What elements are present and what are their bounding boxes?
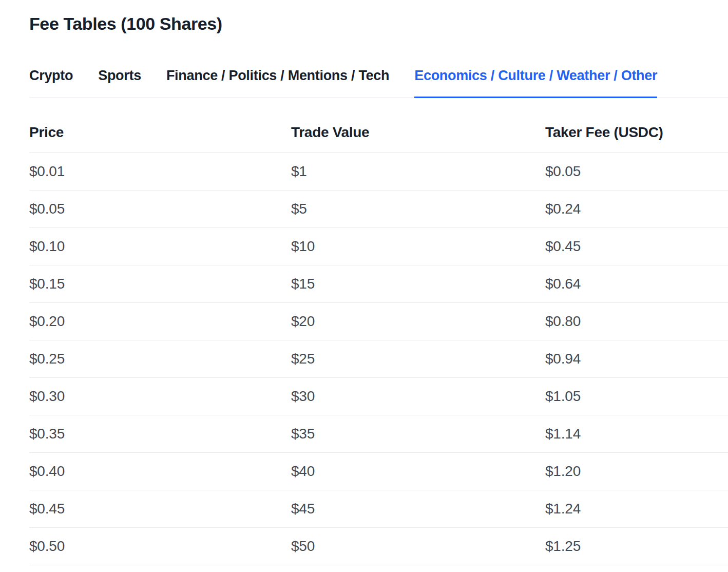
trade-value-cell: $45 bbox=[291, 490, 545, 528]
price-cell: $0.10 bbox=[29, 228, 291, 265]
table-row: $0.05$5$0.24 bbox=[29, 190, 728, 228]
trade-value-cell: $30 bbox=[291, 378, 545, 415]
table-row: $0.35$35$1.14 bbox=[29, 415, 728, 453]
fee-table-header-row: PriceTrade ValueTaker Fee (USDC) bbox=[29, 124, 728, 153]
column-header-taker-fee: Taker Fee (USDC) bbox=[545, 124, 728, 153]
taker-fee-cell: $0.94 bbox=[545, 340, 728, 378]
table-row: $0.01$1$0.05 bbox=[29, 153, 728, 190]
trade-value-cell: $35 bbox=[291, 415, 545, 453]
column-header-price: Price bbox=[29, 124, 291, 153]
trade-value-cell: $15 bbox=[291, 265, 545, 303]
tab-economics-culture-weather-other[interactable]: Economics / Culture / Weather / Other bbox=[414, 67, 657, 98]
price-cell: $0.15 bbox=[29, 265, 291, 303]
fee-table: PriceTrade ValueTaker Fee (USDC) $0.01$1… bbox=[29, 124, 728, 565]
price-cell: $0.20 bbox=[29, 303, 291, 340]
trade-value-cell: $5 bbox=[291, 190, 545, 228]
trade-value-cell: $1 bbox=[291, 153, 545, 190]
table-row: $0.30$30$1.05 bbox=[29, 378, 728, 415]
taker-fee-cell: $1.24 bbox=[545, 490, 728, 528]
taker-fee-cell: $1.20 bbox=[545, 453, 728, 490]
taker-fee-cell: $0.64 bbox=[545, 265, 728, 303]
table-row: $0.50$50$1.25 bbox=[29, 528, 728, 565]
table-row: $0.40$40$1.20 bbox=[29, 453, 728, 490]
taker-fee-cell: $0.24 bbox=[545, 190, 728, 228]
page-title: Fee Tables (100 Shares) bbox=[29, 12, 728, 35]
trade-value-cell: $25 bbox=[291, 340, 545, 378]
tab-crypto[interactable]: Crypto bbox=[29, 67, 73, 98]
taker-fee-cell: $1.25 bbox=[545, 528, 728, 565]
tab-sports[interactable]: Sports bbox=[98, 67, 141, 98]
fee-table-header: PriceTrade ValueTaker Fee (USDC) bbox=[29, 124, 728, 153]
price-cell: $0.01 bbox=[29, 153, 291, 190]
taker-fee-cell: $0.05 bbox=[545, 153, 728, 190]
taker-fee-cell: $1.05 bbox=[545, 378, 728, 415]
table-row: $0.45$45$1.24 bbox=[29, 490, 728, 528]
price-cell: $0.05 bbox=[29, 190, 291, 228]
price-cell: $0.40 bbox=[29, 453, 291, 490]
price-cell: $0.45 bbox=[29, 490, 291, 528]
price-cell: $0.35 bbox=[29, 415, 291, 453]
trade-value-cell: $10 bbox=[291, 228, 545, 265]
table-row: $0.25$25$0.94 bbox=[29, 340, 728, 378]
fee-tables-page: Fee Tables (100 Shares) CryptoSportsFina… bbox=[0, 0, 728, 565]
fee-table-body: $0.01$1$0.05$0.05$5$0.24$0.10$10$0.45$0.… bbox=[29, 153, 728, 565]
trade-value-cell: $50 bbox=[291, 528, 545, 565]
price-cell: $0.25 bbox=[29, 340, 291, 378]
taker-fee-cell: $0.80 bbox=[545, 303, 728, 340]
taker-fee-cell: $1.14 bbox=[545, 415, 728, 453]
table-row: $0.15$15$0.64 bbox=[29, 265, 728, 303]
taker-fee-cell: $0.45 bbox=[545, 228, 728, 265]
trade-value-cell: $20 bbox=[291, 303, 545, 340]
table-row: $0.20$20$0.80 bbox=[29, 303, 728, 340]
tab-finance-politics-mentions-tech[interactable]: Finance / Politics / Mentions / Tech bbox=[166, 67, 389, 98]
price-cell: $0.30 bbox=[29, 378, 291, 415]
price-cell: $0.50 bbox=[29, 528, 291, 565]
table-row: $0.10$10$0.45 bbox=[29, 228, 728, 265]
column-header-trade-value: Trade Value bbox=[291, 124, 545, 153]
trade-value-cell: $40 bbox=[291, 453, 545, 490]
fee-category-tabs: CryptoSportsFinance / Politics / Mention… bbox=[29, 67, 728, 98]
